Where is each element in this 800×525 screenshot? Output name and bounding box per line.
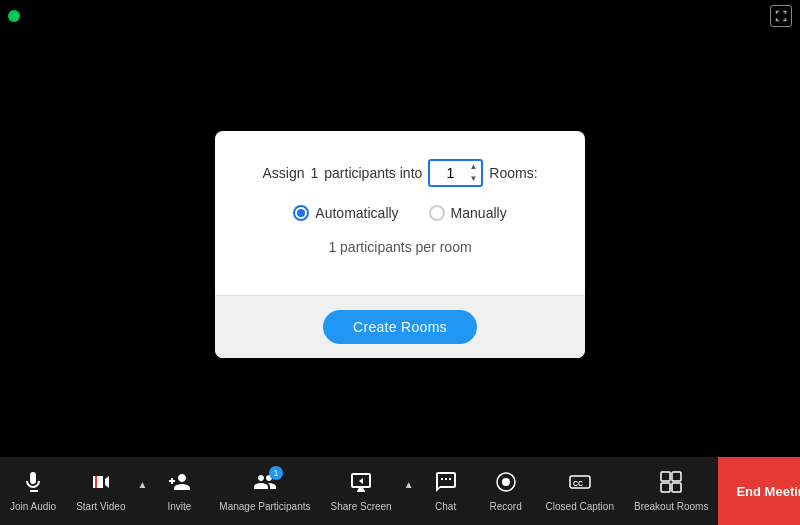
join-audio-button[interactable]: Join Audio: [0, 464, 66, 518]
breakout-rooms-label: Breakout Rooms: [634, 501, 708, 512]
invite-label: Invite: [167, 501, 191, 512]
fullscreen-button[interactable]: [770, 5, 792, 27]
recording-indicator: [8, 10, 20, 22]
room-number-input[interactable]: [434, 165, 466, 181]
start-video-group: Start Video ▲: [66, 464, 149, 518]
create-rooms-button[interactable]: Create Rooms: [323, 310, 477, 344]
fullscreen-icon: [775, 10, 787, 22]
chat-label: Chat: [435, 501, 456, 512]
rooms-suffix-text: Rooms:: [489, 165, 537, 181]
join-audio-icon: [21, 470, 45, 498]
grid-icon: [659, 470, 683, 494]
per-room-text: 1 participants per room: [245, 239, 555, 255]
invite-icon: [167, 470, 191, 498]
record-button[interactable]: Record: [476, 464, 536, 518]
svg-rect-3: [449, 478, 451, 480]
manually-label: Manually: [451, 205, 507, 221]
manually-option[interactable]: Manually: [429, 205, 507, 221]
breakout-rooms-dialog: Assign 1 participants into ▲ ▼ Rooms: Au…: [215, 131, 585, 358]
share-screen-label: Share Screen: [331, 501, 392, 512]
screen-share-icon: [349, 470, 373, 494]
room-number-input-wrapper[interactable]: ▲ ▼: [428, 159, 483, 187]
assign-middle-text: participants into: [324, 165, 422, 181]
start-video-label: Start Video: [76, 501, 125, 512]
closed-caption-label: Closed Caption: [546, 501, 614, 512]
top-bar: [0, 0, 800, 32]
breakout-rooms-icon: [659, 470, 683, 498]
start-video-arrow[interactable]: ▲: [135, 479, 149, 490]
main-content: Assign 1 participants into ▲ ▼ Rooms: Au…: [0, 32, 800, 457]
spinner-up-button[interactable]: ▲: [469, 161, 477, 173]
participants-badge: 1: [269, 466, 283, 480]
chat-button[interactable]: Chat: [416, 464, 476, 518]
svg-rect-10: [661, 483, 670, 492]
assignment-method-row: Automatically Manually: [245, 205, 555, 221]
chat-bubble-icon: [434, 470, 458, 494]
chat-icon: [434, 470, 458, 498]
svg-point-5: [502, 478, 510, 486]
dialog-footer: Create Rooms: [215, 295, 585, 358]
share-screen-group: Share Screen ▲: [321, 464, 416, 518]
microphone-icon: [21, 470, 45, 494]
assign-prefix-text: Assign: [262, 165, 304, 181]
start-video-icon: [89, 470, 113, 498]
assign-row: Assign 1 participants into ▲ ▼ Rooms:: [245, 159, 555, 187]
record-icon: [494, 470, 518, 498]
spinner-down-button[interactable]: ▼: [469, 173, 477, 185]
start-video-button[interactable]: Start Video: [66, 464, 135, 518]
manually-radio[interactable]: [429, 205, 445, 221]
manage-participants-label: Manage Participants: [219, 501, 310, 512]
invite-button[interactable]: Invite: [149, 464, 209, 518]
share-screen-arrow[interactable]: ▲: [402, 479, 416, 490]
automatically-radio[interactable]: [293, 205, 309, 221]
closed-caption-icon: CC: [568, 470, 592, 498]
svg-rect-2: [445, 478, 447, 480]
toolbar: Join Audio Start Video ▲: [0, 457, 800, 525]
video-camera-icon: [89, 470, 113, 494]
end-meeting-button[interactable]: End Meeting: [718, 457, 800, 525]
record-label: Record: [489, 501, 521, 512]
number-spinner[interactable]: ▲ ▼: [469, 161, 477, 185]
participant-count-text: 1: [310, 165, 318, 181]
svg-rect-1: [441, 478, 443, 480]
automatically-label: Automatically: [315, 205, 398, 221]
manage-participants-icon: 1: [253, 470, 277, 498]
cc-icon: CC: [568, 470, 592, 494]
svg-text:CC: CC: [573, 480, 583, 487]
closed-caption-button[interactable]: CC Closed Caption: [536, 464, 624, 518]
svg-rect-11: [672, 483, 681, 492]
automatically-option[interactable]: Automatically: [293, 205, 398, 221]
person-add-icon: [167, 470, 191, 494]
breakout-rooms-button[interactable]: Breakout Rooms: [624, 464, 718, 518]
svg-rect-8: [661, 472, 670, 481]
manage-participants-button[interactable]: 1 Manage Participants: [209, 464, 320, 518]
join-audio-label: Join Audio: [10, 501, 56, 512]
dialog-content: Assign 1 participants into ▲ ▼ Rooms: Au…: [215, 131, 585, 295]
toolbar-left: Join Audio Start Video ▲: [0, 464, 718, 518]
share-screen-button[interactable]: Share Screen: [321, 464, 402, 518]
share-screen-icon: [349, 470, 373, 498]
record-circle-icon: [494, 470, 518, 494]
svg-rect-9: [672, 472, 681, 481]
